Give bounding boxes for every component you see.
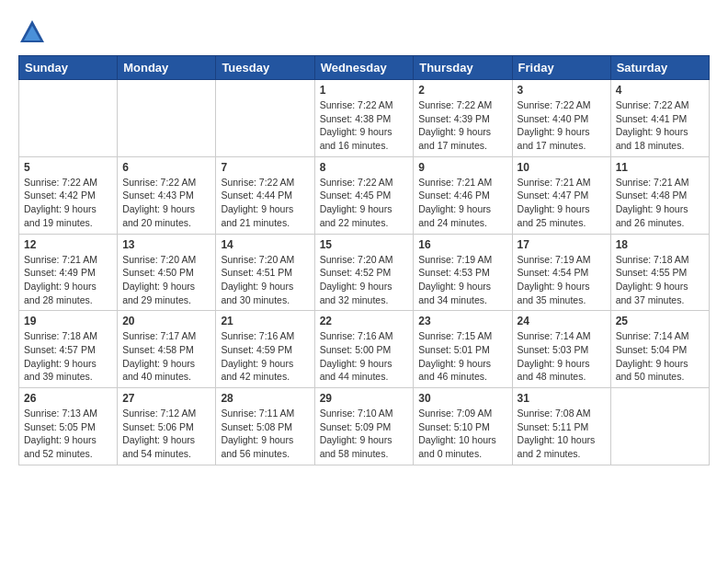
header-saturday: Saturday	[610, 56, 709, 80]
day-info: Sunrise: 7:11 AM Sunset: 5:08 PM Dayligh…	[221, 407, 309, 461]
day-info: Sunrise: 7:21 AM Sunset: 4:47 PM Dayligh…	[518, 176, 606, 230]
day-info: Sunrise: 7:20 AM Sunset: 4:50 PM Dayligh…	[122, 253, 210, 307]
calendar-week-4: 19Sunrise: 7:18 AM Sunset: 4:57 PM Dayli…	[19, 311, 710, 388]
day-info: Sunrise: 7:12 AM Sunset: 5:06 PM Dayligh…	[122, 407, 210, 461]
day-number: 11	[616, 161, 704, 174]
day-number: 7	[221, 161, 309, 174]
day-number: 16	[418, 238, 506, 251]
calendar-table: Sunday Monday Tuesday Wednesday Thursday…	[18, 55, 710, 465]
day-number: 19	[24, 315, 112, 327]
day-info: Sunrise: 7:14 AM Sunset: 5:03 PM Dayligh…	[518, 329, 606, 384]
day-number: 17	[518, 238, 606, 251]
day-info: Sunrise: 7:20 AM Sunset: 4:52 PM Dayligh…	[320, 253, 409, 307]
day-number: 18	[616, 238, 704, 251]
day-number: 31	[518, 392, 606, 405]
day-info: Sunrise: 7:22 AM Sunset: 4:45 PM Dayligh…	[320, 176, 409, 230]
calendar-body: 1Sunrise: 7:22 AM Sunset: 4:38 PM Daylig…	[19, 80, 710, 465]
calendar-cell: 30Sunrise: 7:09 AM Sunset: 5:10 PM Dayli…	[414, 388, 512, 465]
calendar-cell	[610, 388, 709, 465]
day-number: 15	[320, 238, 409, 251]
calendar-cell: 7Sunrise: 7:22 AM Sunset: 4:44 PM Daylig…	[216, 156, 314, 234]
header-wednesday: Wednesday	[314, 56, 414, 80]
calendar-cell: 25Sunrise: 7:14 AM Sunset: 5:04 PM Dayli…	[610, 311, 709, 388]
day-number: 30	[418, 392, 506, 405]
calendar-cell: 21Sunrise: 7:16 AM Sunset: 4:59 PM Dayli…	[216, 311, 314, 388]
calendar-cell: 3Sunrise: 7:22 AM Sunset: 4:40 PM Daylig…	[512, 80, 610, 157]
day-number: 4	[616, 84, 704, 97]
day-number: 27	[122, 392, 210, 405]
day-info: Sunrise: 7:21 AM Sunset: 4:49 PM Dayligh…	[24, 253, 112, 307]
day-number: 28	[221, 392, 309, 405]
day-info: Sunrise: 7:09 AM Sunset: 5:10 PM Dayligh…	[418, 407, 506, 461]
day-info: Sunrise: 7:22 AM Sunset: 4:39 PM Dayligh…	[418, 98, 506, 153]
day-info: Sunrise: 7:21 AM Sunset: 4:46 PM Dayligh…	[418, 176, 506, 230]
calendar-cell: 17Sunrise: 7:19 AM Sunset: 4:54 PM Dayli…	[512, 234, 610, 311]
day-info: Sunrise: 7:19 AM Sunset: 4:53 PM Dayligh…	[418, 253, 506, 307]
day-info: Sunrise: 7:18 AM Sunset: 4:55 PM Dayligh…	[616, 253, 704, 307]
day-number: 29	[320, 392, 409, 405]
day-info: Sunrise: 7:22 AM Sunset: 4:42 PM Dayligh…	[24, 176, 112, 230]
calendar-cell: 14Sunrise: 7:20 AM Sunset: 4:51 PM Dayli…	[216, 234, 314, 311]
day-info: Sunrise: 7:22 AM Sunset: 4:44 PM Dayligh…	[221, 176, 309, 230]
calendar-cell: 18Sunrise: 7:18 AM Sunset: 4:55 PM Dayli…	[610, 234, 709, 311]
calendar-cell	[216, 80, 314, 157]
day-number: 5	[24, 161, 112, 174]
day-number: 20	[122, 315, 210, 327]
day-info: Sunrise: 7:14 AM Sunset: 5:04 PM Dayligh…	[616, 329, 704, 384]
day-number: 2	[418, 84, 506, 97]
day-info: Sunrise: 7:19 AM Sunset: 4:54 PM Dayligh…	[518, 253, 606, 307]
day-info: Sunrise: 7:08 AM Sunset: 5:11 PM Dayligh…	[518, 407, 606, 461]
day-number: 10	[518, 161, 606, 174]
calendar-cell	[118, 80, 216, 157]
day-number: 12	[24, 238, 112, 251]
header-thursday: Thursday	[414, 56, 512, 80]
calendar-week-1: 1Sunrise: 7:22 AM Sunset: 4:38 PM Daylig…	[19, 80, 710, 157]
calendar-cell: 8Sunrise: 7:22 AM Sunset: 4:45 PM Daylig…	[314, 156, 414, 234]
calendar-cell: 31Sunrise: 7:08 AM Sunset: 5:11 PM Dayli…	[512, 388, 610, 465]
day-number: 21	[221, 315, 309, 327]
calendar-cell: 6Sunrise: 7:22 AM Sunset: 4:43 PM Daylig…	[118, 156, 216, 234]
calendar-cell: 24Sunrise: 7:14 AM Sunset: 5:03 PM Dayli…	[512, 311, 610, 388]
day-info: Sunrise: 7:10 AM Sunset: 5:09 PM Dayligh…	[320, 407, 409, 461]
day-info: Sunrise: 7:20 AM Sunset: 4:51 PM Dayligh…	[221, 253, 309, 307]
day-number: 9	[418, 161, 506, 174]
calendar-cell: 2Sunrise: 7:22 AM Sunset: 4:39 PM Daylig…	[414, 80, 512, 157]
calendar-cell: 28Sunrise: 7:11 AM Sunset: 5:08 PM Dayli…	[216, 388, 314, 465]
calendar-cell	[19, 80, 118, 157]
calendar-cell: 15Sunrise: 7:20 AM Sunset: 4:52 PM Dayli…	[314, 234, 414, 311]
calendar-cell: 23Sunrise: 7:15 AM Sunset: 5:01 PM Dayli…	[414, 311, 512, 388]
calendar-cell: 27Sunrise: 7:12 AM Sunset: 5:06 PM Dayli…	[118, 388, 216, 465]
day-info: Sunrise: 7:22 AM Sunset: 4:41 PM Dayligh…	[616, 98, 704, 153]
calendar-cell: 4Sunrise: 7:22 AM Sunset: 4:41 PM Daylig…	[610, 80, 709, 157]
calendar-cell: 20Sunrise: 7:17 AM Sunset: 4:58 PM Dayli…	[118, 311, 216, 388]
day-number: 24	[518, 315, 606, 327]
calendar-cell: 19Sunrise: 7:18 AM Sunset: 4:57 PM Dayli…	[19, 311, 118, 388]
day-number: 13	[122, 238, 210, 251]
calendar-cell: 29Sunrise: 7:10 AM Sunset: 5:09 PM Dayli…	[314, 388, 414, 465]
calendar-cell: 11Sunrise: 7:21 AM Sunset: 4:48 PM Dayli…	[610, 156, 709, 234]
day-info: Sunrise: 7:18 AM Sunset: 4:57 PM Dayligh…	[24, 329, 112, 384]
header-monday: Monday	[118, 56, 216, 80]
header-friday: Friday	[512, 56, 610, 80]
calendar-week-5: 26Sunrise: 7:13 AM Sunset: 5:05 PM Dayli…	[19, 388, 710, 465]
day-info: Sunrise: 7:15 AM Sunset: 5:01 PM Dayligh…	[418, 329, 506, 384]
logo	[18, 18, 50, 46]
calendar-cell: 9Sunrise: 7:21 AM Sunset: 4:46 PM Daylig…	[414, 156, 512, 234]
calendar-header-row: Sunday Monday Tuesday Wednesday Thursday…	[19, 56, 710, 80]
calendar-week-2: 5Sunrise: 7:22 AM Sunset: 4:42 PM Daylig…	[19, 156, 710, 234]
day-number: 23	[418, 315, 506, 327]
calendar-week-3: 12Sunrise: 7:21 AM Sunset: 4:49 PM Dayli…	[19, 234, 710, 311]
calendar-cell: 5Sunrise: 7:22 AM Sunset: 4:42 PM Daylig…	[19, 156, 118, 234]
day-number: 1	[320, 84, 409, 97]
day-info: Sunrise: 7:17 AM Sunset: 4:58 PM Dayligh…	[122, 329, 210, 384]
calendar-cell: 26Sunrise: 7:13 AM Sunset: 5:05 PM Dayli…	[19, 388, 118, 465]
header-tuesday: Tuesday	[216, 56, 314, 80]
day-info: Sunrise: 7:13 AM Sunset: 5:05 PM Dayligh…	[24, 407, 112, 461]
calendar-cell: 10Sunrise: 7:21 AM Sunset: 4:47 PM Dayli…	[512, 156, 610, 234]
calendar-cell: 16Sunrise: 7:19 AM Sunset: 4:53 PM Dayli…	[414, 234, 512, 311]
day-info: Sunrise: 7:16 AM Sunset: 4:59 PM Dayligh…	[221, 329, 309, 384]
main-container: Sunday Monday Tuesday Wednesday Thursday…	[0, 0, 728, 475]
day-info: Sunrise: 7:22 AM Sunset: 4:43 PM Dayligh…	[122, 176, 210, 230]
calendar-cell: 12Sunrise: 7:21 AM Sunset: 4:49 PM Dayli…	[19, 234, 118, 311]
day-info: Sunrise: 7:21 AM Sunset: 4:48 PM Dayligh…	[616, 176, 704, 230]
